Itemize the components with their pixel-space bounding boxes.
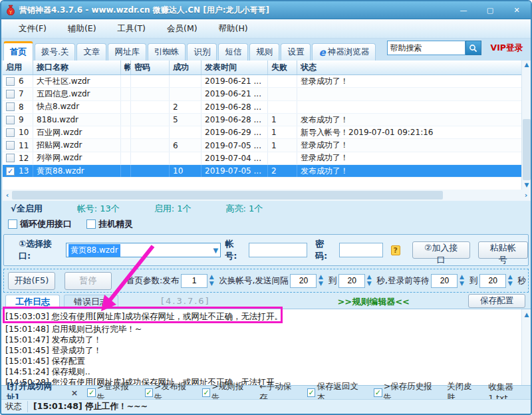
publish-count-input[interactable]: [181, 274, 207, 288]
scroll-left-icon[interactable]: ‹: [3, 191, 12, 200]
tab-error-log[interactable]: 错误日志: [64, 295, 118, 309]
spinner-down-icon[interactable]: ▼: [507, 281, 513, 287]
table-row[interactable]: 10百业网.wzdr2019-06-29 ...1新导入帐号！2019-07-0…: [3, 126, 521, 139]
wait-from-input[interactable]: [431, 274, 458, 288]
interval-from-input[interactable]: [290, 274, 317, 288]
row-fail: [268, 88, 297, 100]
tab-10[interactable]: e神器浏览器: [312, 43, 376, 61]
column-header[interactable]: 接口名称: [33, 61, 121, 74]
row-name: 五四信息.wzdr: [33, 88, 121, 100]
table-row[interactable]: 7五四信息.wzdr2019-06-21 ...: [3, 88, 521, 100]
row-checkbox[interactable]: [6, 141, 15, 150]
tab-5[interactable]: 引蜘蛛: [148, 43, 186, 61]
select-all-toggle[interactable]: √全启用: [11, 203, 43, 215]
start-button[interactable]: 开始(F5): [8, 272, 55, 290]
tab-label: 短信: [225, 47, 241, 58]
title-bar: 营销神器4.3.7.6 - www.wzdr.cn 微赚达人.CN [用户:龙儿…: [1, 1, 531, 19]
password-input[interactable]: [339, 243, 383, 257]
tab-8[interactable]: 规则: [249, 43, 279, 61]
tab-2[interactable]: 拨号.关: [35, 43, 75, 61]
interval-to-input[interactable]: [338, 274, 365, 288]
row-checkbox[interactable]: [6, 116, 15, 124]
interface-table: 启用接口名称帐密码成功发表时间失败状态 6大千社区.wzdr2019-06-21…: [3, 61, 531, 190]
menu-item[interactable]: 工具(T): [107, 21, 156, 37]
scroll-up-icon[interactable]: ▲: [522, 311, 531, 319]
tab-9[interactable]: 设置: [281, 43, 311, 61]
menu-item[interactable]: 文件(F): [8, 21, 57, 37]
join-interface-button[interactable]: ②加入接口: [412, 241, 470, 259]
params-suffix: 秒: [517, 275, 526, 287]
publish-count-spinner[interactable]: ▲▼: [208, 274, 215, 287]
column-header[interactable]: 失败: [268, 61, 297, 74]
tab-3[interactable]: 文章: [76, 43, 106, 61]
account-input[interactable]: [249, 243, 307, 257]
menu-item[interactable]: 帮助(H): [208, 21, 259, 37]
row-checkbox[interactable]: ✓: [6, 167, 15, 176]
vip-login-link[interactable]: VIP登录: [491, 43, 523, 54]
spinner-down-icon[interactable]: ▼: [317, 281, 324, 287]
minimize-button[interactable]: —: [454, 5, 473, 16]
horizontal-scrollbar[interactable]: ‹ ›: [3, 190, 531, 201]
column-header[interactable]: 密码: [131, 61, 170, 74]
interval-to-spinner[interactable]: ▲▼: [366, 274, 372, 287]
table-row[interactable]: ✓13黄页88.wzdr102019-07-05 ...2发布成功了！: [3, 165, 521, 178]
tab-7[interactable]: 短信: [218, 43, 248, 61]
column-header[interactable]: 帐: [121, 61, 131, 74]
spinner-down-icon[interactable]: ▼: [458, 281, 465, 287]
scroll-down-icon[interactable]: ▼: [522, 181, 531, 190]
row-checkbox[interactable]: [6, 77, 15, 86]
row-checkbox[interactable]: [6, 154, 15, 162]
horizontal-scroll-thumb[interactable]: [12, 191, 443, 200]
close-button[interactable]: ✕: [507, 5, 527, 16]
close-x[interactable]: ×: [71, 388, 78, 398]
table-row[interactable]: 8快点8.wzdr22019-06-28 ...: [3, 101, 521, 114]
vertical-scroll-thumb[interactable]: [523, 119, 531, 180]
menu-item[interactable]: 会员(M): [156, 21, 208, 37]
paste-account-button[interactable]: 粘贴帐号: [478, 241, 528, 259]
scroll-up-icon[interactable]: ▲: [522, 61, 531, 69]
table-row[interactable]: 9818u.wzdr52019-06-28 ...1发布成功了！: [3, 114, 521, 126]
column-header[interactable]: 启用: [3, 61, 33, 74]
column-header[interactable]: 成功: [170, 61, 201, 74]
help-icon[interactable]: ?: [391, 245, 400, 255]
rule-editor-link[interactable]: >>规则编辑器<<: [337, 296, 410, 308]
vertical-scrollbar[interactable]: ▲ ▼: [521, 61, 531, 190]
row-checkbox[interactable]: [6, 128, 15, 137]
interval-from-spinner[interactable]: ▲▼: [317, 274, 324, 287]
table-row[interactable]: 12列举网.wzdr2019-07-04 ...登录成功了！: [3, 152, 521, 165]
row-enable-cell: ✓13: [3, 165, 33, 177]
interface-combobox[interactable]: 黄页88.wzdr ▼: [66, 243, 221, 257]
tab-6[interactable]: 识别: [187, 43, 217, 61]
wait-to-spinner[interactable]: ▲▼: [507, 274, 513, 287]
column-header[interactable]: 发表时间: [201, 61, 268, 74]
wait-to-input[interactable]: [479, 274, 506, 288]
row-status: [297, 101, 521, 113]
row-checkbox[interactable]: [6, 90, 15, 98]
tab-4[interactable]: 网址库: [108, 43, 146, 61]
help-search-input[interactable]: [387, 41, 466, 55]
row-checkbox[interactable]: [6, 102, 15, 111]
pause-button[interactable]: 暂停: [65, 272, 112, 290]
scroll-right-icon[interactable]: ›: [521, 191, 531, 200]
hangup-sprite-checkbox[interactable]: 挂机精灵: [86, 218, 133, 230]
row-success: [170, 152, 201, 164]
spinner-down-icon[interactable]: ▼: [208, 281, 215, 287]
save-config-button[interactable]: 保存配置: [468, 294, 525, 308]
table-row[interactable]: 11招贴网.wzdr62019-07-05 ...1登录成功了！: [3, 139, 521, 152]
chevron-down-icon[interactable]: ▼: [213, 247, 219, 254]
row-enable-cell: 10: [3, 126, 33, 138]
tab-label: 设置: [287, 47, 304, 58]
row-success: 5: [170, 114, 201, 126]
table-row[interactable]: 6大千社区.wzdr2019-06-21 ...登录成功了！: [3, 75, 521, 88]
menu-item[interactable]: 辅助(E): [57, 21, 107, 37]
column-header[interactable]: 状态: [297, 61, 521, 74]
tab-work-log[interactable]: 工作日志: [5, 295, 60, 309]
loop-interface-checkbox[interactable]: 循环使用接口: [8, 218, 72, 230]
search-button[interactable]: [466, 41, 481, 55]
tab-1[interactable]: 首页: [3, 41, 33, 61]
row-publish-time: 2019-06-28 ...: [201, 114, 268, 126]
maximize-button[interactable]: ▢: [480, 5, 500, 16]
spinner-down-icon[interactable]: ▼: [366, 281, 372, 287]
wait-from-spinner[interactable]: ▲▼: [458, 274, 465, 287]
log-scrollbar[interactable]: ▲: [521, 309, 531, 385]
